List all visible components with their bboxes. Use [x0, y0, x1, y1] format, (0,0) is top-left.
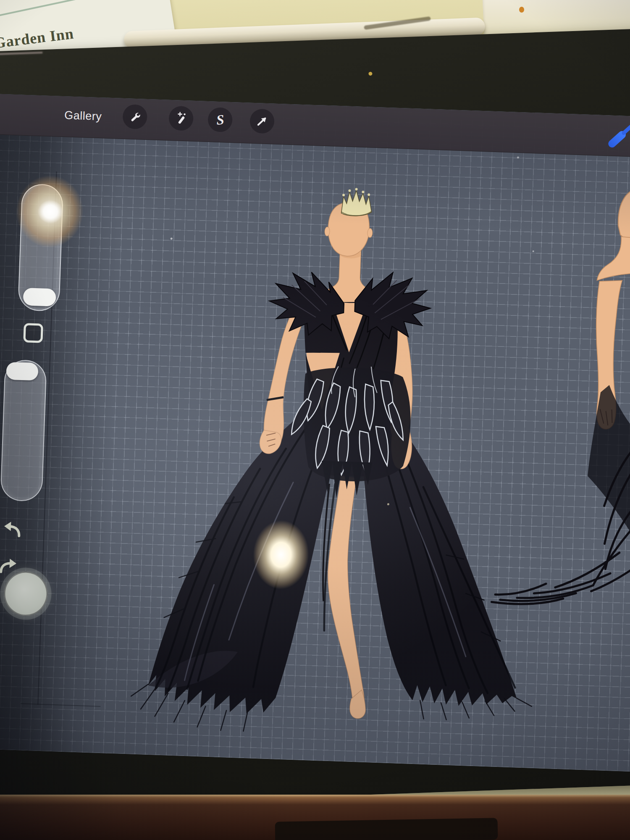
adjustments-button[interactable]	[168, 106, 194, 131]
opacity-slider-handle[interactable]	[6, 362, 38, 381]
fashion-illustration	[0, 93, 630, 772]
brush-size-slider-handle[interactable]	[23, 288, 56, 307]
undo-icon	[1, 533, 23, 541]
selection-s-icon: S	[216, 113, 225, 127]
table-edge	[0, 795, 630, 840]
tablet-screen: Gallery S	[0, 93, 630, 772]
photo-of-tablet: { "toolbar": { "gallery_label": "Gallery…	[0, 0, 630, 840]
figure-leg	[323, 475, 373, 717]
bezel-speck	[368, 72, 372, 76]
opacity-slider[interactable]	[0, 360, 47, 502]
paper-rule-line	[0, 0, 111, 19]
gallery-button[interactable]: Gallery	[64, 109, 102, 123]
redo-button[interactable]	[0, 555, 19, 575]
keyboard-edge	[275, 818, 498, 840]
arrow-ne-icon	[255, 114, 269, 128]
second-croquis	[491, 183, 630, 609]
actions-button[interactable]	[122, 104, 147, 129]
selection-button[interactable]: S	[207, 107, 233, 132]
modify-button[interactable]	[23, 323, 43, 343]
transform-button[interactable]	[249, 109, 275, 134]
crown	[341, 190, 372, 216]
magic-wand-icon	[174, 111, 188, 125]
wrench-icon	[128, 110, 142, 123]
blue-brush-stroke	[606, 119, 630, 149]
undo-button[interactable]	[1, 519, 23, 540]
desk-speck	[519, 7, 524, 13]
main-croquis	[130, 181, 550, 741]
